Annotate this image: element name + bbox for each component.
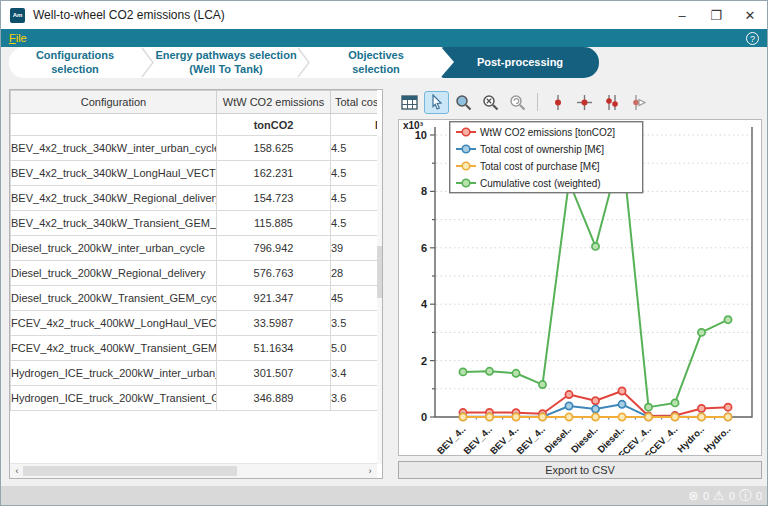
unit-cost: M — [331, 114, 378, 136]
svg-text:8: 8 — [421, 185, 427, 197]
warning-count: 0 — [729, 490, 735, 502]
error-count: 0 — [703, 490, 709, 502]
column-header-co2[interactable]: WtW CO2 emissions — [217, 91, 331, 114]
legend-label: Total cost of purchase [M€] — [480, 161, 600, 172]
table-row[interactable]: BEV_4x2_truck_340kW_Transient_GEM_cycle1… — [11, 211, 378, 236]
crosshair-cursor-icon[interactable] — [572, 91, 597, 114]
menu-bar: File ? — [1, 29, 767, 47]
pointer-tool-icon[interactable] — [424, 91, 449, 114]
svg-text:0: 0 — [421, 411, 427, 423]
configuration-table: Configuration WtW CO2 emissions Total co… — [10, 90, 377, 464]
warning-count-icon: ⚠ — [713, 486, 725, 505]
table-row[interactable]: FCEV_4x2_truck_400kW_Transient_GEM_cycle… — [11, 336, 378, 361]
legend-label: WtW CO2 emissions [tonCO2] — [480, 127, 615, 138]
minimize-button[interactable]: – — [665, 1, 699, 29]
zoom-region-icon[interactable] — [451, 91, 476, 114]
table-row[interactable]: Hydrogen_ICE_truck_200kW_inter_urban_cyc… — [11, 361, 378, 386]
table-row[interactable]: Hydrogen_ICE_truck_200kW_Transient_GEM_c… — [11, 386, 378, 411]
window-title: Well-to-wheel CO2 emissions (LCA) — [33, 8, 225, 22]
menu-item-file[interactable]: File — [9, 32, 27, 44]
info-count: 0 — [756, 490, 762, 502]
x-tick-label: Diesel.. — [569, 424, 600, 455]
maximize-button[interactable]: ❐ — [699, 1, 733, 29]
table-row[interactable]: BEV_4x2_truck_340kW_Regional_delivery154… — [11, 186, 378, 211]
table-row[interactable]: BEV_4x2_truck_340kW_LongHaul_VECTO_cycle… — [11, 161, 378, 186]
toolbar-separator — [537, 93, 538, 111]
legend-label: Total cost of ownership [M€] — [480, 144, 604, 155]
data-table-icon[interactable] — [397, 91, 422, 114]
column-header-configuration[interactable]: Configuration — [11, 91, 217, 114]
single-cursor-icon[interactable] — [545, 91, 570, 114]
y-axis-scale-label: x10³ — [403, 120, 424, 131]
wizard-step-configurations[interactable]: Configurations selection — [9, 47, 141, 78]
chevron-separator-icon — [141, 47, 155, 78]
table-units-row: tonCO2 M — [11, 114, 378, 136]
configuration-table-panel: Configuration WtW CO2 emissions Total co… — [9, 89, 383, 479]
horizontal-scrollbar-thumb[interactable] — [23, 466, 237, 476]
unit-tonco2: tonCO2 — [217, 114, 331, 136]
zoom-out-icon[interactable] — [478, 91, 503, 114]
table-vertical-scrollbar[interactable] — [377, 136, 382, 464]
error-count-icon: ⊗ — [688, 486, 699, 505]
info-count-icon: ⓘ — [739, 486, 752, 505]
table-row[interactable]: Diesel_truck_200kW_Regional_delivery576.… — [11, 261, 378, 286]
table-row[interactable]: BEV_4x2_truck_340kW_inter_urban_cycle158… — [11, 136, 378, 161]
table-row[interactable]: Diesel_truck_200kW_Transient_GEM_cycle92… — [11, 286, 378, 311]
wizard-breadcrumb: Configurations selection Energy pathways… — [9, 47, 599, 78]
chart-legend: WtW CO2 emissions [tonCO2]Total cost of … — [450, 122, 643, 193]
help-icon[interactable]: ? — [746, 32, 759, 45]
wizard-step-objectives[interactable]: Objectives selection — [311, 47, 441, 78]
chart-toolbar — [393, 89, 763, 115]
x-tick-label: Hydro.. — [701, 424, 732, 455]
chevron-separator-icon — [297, 47, 311, 78]
x-tick-label: Hydro.. — [675, 424, 706, 455]
app-window: Am Well-to-wheel CO2 emissions (LCA) – ❐… — [0, 0, 768, 506]
svg-text:4: 4 — [421, 298, 428, 310]
track-cursor-icon[interactable] — [626, 91, 651, 114]
chart-panel: 0246810x10³BEV_4..BEV_4..BEV_4..BEV_4..D… — [393, 89, 763, 479]
legend-label: Cumulative cost (weighted) — [480, 178, 601, 189]
x-tick-label: BEV_4.. — [514, 424, 547, 455]
wizard-step-post-processing[interactable]: Post-processing — [441, 47, 599, 78]
double-cursor-icon[interactable] — [599, 91, 624, 114]
svg-text:2: 2 — [421, 355, 427, 367]
zoom-reset-icon[interactable] — [505, 91, 530, 114]
table-horizontal-scrollbar[interactable]: ‹ › — [10, 463, 377, 478]
app-icon: Am — [10, 8, 25, 23]
chart-canvas[interactable]: 0246810x10³BEV_4..BEV_4..BEV_4..BEV_4..D… — [398, 119, 762, 456]
x-tick-label: Diesel.. — [542, 424, 573, 455]
export-csv-button[interactable]: Export to CSV — [398, 461, 762, 479]
vertical-scrollbar-thumb[interactable] — [377, 246, 382, 298]
close-button[interactable]: ✕ — [733, 1, 767, 29]
status-bar: ⊗ 0 ⚠ 0 ⓘ 0 — [1, 486, 767, 505]
title-bar: Am Well-to-wheel CO2 emissions (LCA) – ❐… — [1, 1, 767, 29]
wizard-step-energy-pathways[interactable]: Energy pathways selection (Well To Tank) — [155, 47, 297, 78]
table-header-row: Configuration WtW CO2 emissions Total co… — [11, 91, 378, 114]
table-row[interactable]: Diesel_truck_200kW_inter_urban_cycle796.… — [11, 236, 378, 261]
column-header-total-cost[interactable]: Total cost o — [331, 91, 378, 114]
scroll-right-icon[interactable]: › — [363, 464, 377, 478]
scroll-left-icon[interactable]: ‹ — [10, 464, 24, 478]
chart-series-2 — [459, 413, 731, 420]
svg-text:6: 6 — [421, 242, 427, 254]
table-row[interactable]: FCEV_4x2_truck_400kW_LongHaul_VECTO_cycl… — [11, 311, 378, 336]
